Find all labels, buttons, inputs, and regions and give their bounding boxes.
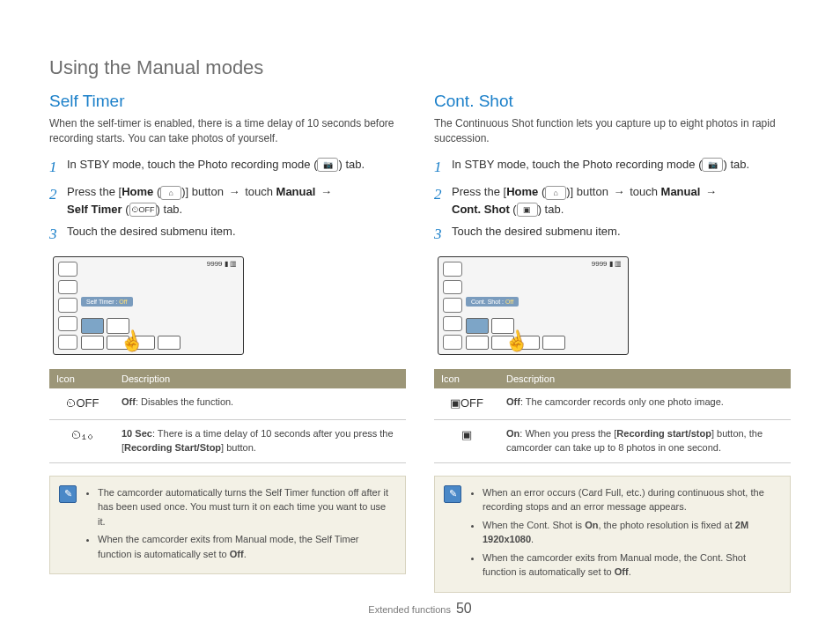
topic-title-cont-shot: Cont. Shot: [434, 92, 791, 111]
step-1: 1 In STBY mode, touch the Photo recordin…: [434, 156, 791, 179]
column-self-timer: Self Timer When the self-timer is enable…: [49, 92, 406, 593]
step-2: 2 Press the [Home (⌂)] button → touch Ma…: [49, 183, 406, 218]
note-item: The camcorder automatically turns the Se…: [98, 485, 394, 529]
note-item: When the camcorder exits from Manual mod…: [98, 532, 394, 561]
screenshot-self-timer: 9999 ▮ ▥ Self Timer : Off ☝: [49, 253, 247, 358]
arrow-icon: →: [321, 183, 332, 201]
table-row: ▣OFF Off: The camcorder records only one…: [434, 388, 791, 419]
note-item: When an error occurs (Card Full, etc.) d…: [483, 485, 779, 514]
topic-title-self-timer: Self Timer: [49, 92, 406, 111]
page-footer: Extended functions50: [0, 601, 840, 617]
screenshot-cont-shot: 9999 ▮ ▥ Cont. Shot : Off ☝: [434, 253, 632, 358]
arrow-icon: →: [705, 183, 717, 201]
note-box-cont-shot: ✎ When an error occurs (Card Full, etc.)…: [434, 476, 791, 593]
intro-self-timer: When the self-timer is enabled, there is…: [49, 116, 406, 147]
table-row: ⏲₁₀ 10 Sec: There is a time delay of 10 …: [49, 419, 406, 462]
camera-icon: 📷: [317, 158, 338, 172]
table-self-timer: IconDescription ⏲OFF Off: Disables the f…: [49, 369, 406, 463]
home-icon: ⌂: [160, 186, 181, 200]
table-row: ▣ On: When you press the [Recording star…: [434, 419, 791, 462]
step-number: 1: [434, 156, 446, 179]
note-box-self-timer: ✎ The camcorder automatically turns the …: [49, 476, 406, 575]
contshot-off-icon: ▣OFF: [434, 388, 499, 419]
timer-off-icon: ⏲OFF: [49, 388, 114, 419]
table-cont-shot: IconDescription ▣OFF Off: The camcorder …: [434, 369, 791, 463]
column-cont-shot: Cont. Shot The Continuous Shot function …: [434, 92, 791, 593]
camera-icon: 📷: [702, 158, 723, 172]
note-item: When the Cont. Shot is On, the photo res…: [483, 518, 779, 547]
step-number: 3: [434, 223, 446, 246]
contshot-on-icon: ▣: [434, 419, 499, 462]
section-title: Using the Manual modes: [49, 56, 791, 79]
step-number: 2: [49, 183, 62, 218]
step-number: 1: [49, 156, 62, 179]
table-row: ⏲OFF Off: Disables the function.: [49, 388, 406, 419]
intro-cont-shot: The Continuous Shot function lets you ca…: [434, 116, 791, 147]
note-icon: ✎: [59, 485, 77, 503]
step-2: 2 Press the [Home (⌂)] button → touch Ma…: [434, 183, 791, 218]
step-number: 2: [434, 183, 446, 218]
step-3: 3 Touch the desired submenu item.: [434, 223, 791, 246]
arrow-icon: →: [614, 183, 625, 201]
note-icon: ✎: [444, 485, 461, 503]
step-3: 3 Touch the desired submenu item.: [49, 223, 406, 246]
step-1: 1 In STBY mode, touch the Photo recordin…: [49, 156, 406, 179]
contshot-icon: ▣: [517, 203, 538, 217]
home-icon: ⌂: [545, 186, 566, 200]
timer-10-icon: ⏲₁₀: [49, 419, 114, 462]
step-number: 3: [49, 223, 62, 246]
timer-icon: ⏲OFF: [129, 203, 157, 217]
arrow-icon: →: [229, 183, 240, 201]
note-item: When the camcorder exits from Manual mod…: [483, 551, 779, 580]
